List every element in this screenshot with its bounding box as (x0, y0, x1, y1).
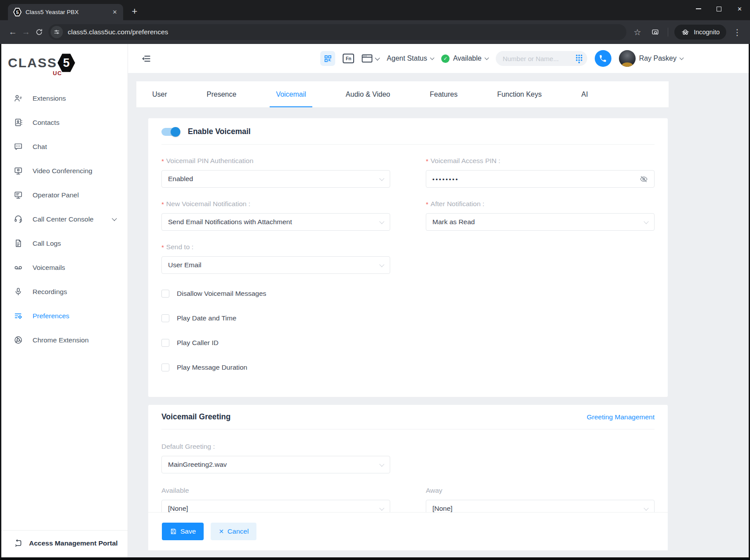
field-access-pin: *Voicemail Access PIN : •••••••• (426, 145, 655, 188)
sidebar-item-contacts[interactable]: Contacts (0, 110, 128, 135)
close-button[interactable]: ✕ (729, 0, 750, 18)
window-layout-icon (362, 54, 373, 63)
chevron-down-icon (379, 505, 384, 510)
sidebar-item-call-logs[interactable]: Call Logs (0, 231, 128, 255)
url-bar[interactable]: class5.class5uc.com/preferences (48, 24, 626, 40)
function-keys-button[interactable]: Fn (343, 54, 354, 63)
cancel-button[interactable]: ✕ Cancel (211, 523, 256, 540)
preferences-tabs: User Presence Voicemail Audio & Video Fe… (136, 81, 669, 108)
sidebar-item-voicemails[interactable]: Voicemails (0, 255, 128, 280)
greeting-management-link[interactable]: Greeting Management (587, 413, 655, 421)
sidebar-item-label: Voicemails (33, 264, 65, 272)
call-button[interactable] (595, 50, 611, 67)
enable-voicemail-row: Enable Voicemail (161, 118, 655, 145)
sidebar-item-label: Chrome Extension (33, 336, 89, 344)
maximize-button[interactable] (709, 0, 729, 18)
favicon: 5 (13, 7, 22, 17)
qr-code-button[interactable] (320, 51, 335, 66)
save-button[interactable]: Save (162, 523, 204, 540)
form-action-bar: Save ✕ Cancel (148, 512, 668, 550)
greeting-grid: Available [None] Away [None] (161, 473, 655, 517)
available-status-icon: ✓ (441, 55, 450, 63)
tab-function-keys[interactable]: Function Keys (487, 81, 552, 107)
chevron-down-icon (484, 56, 489, 60)
tab-search-button[interactable] (648, 25, 662, 39)
tab-features[interactable]: Features (419, 81, 468, 107)
tab-presence[interactable]: Presence (196, 81, 247, 107)
tab-ai[interactable]: AI (571, 81, 599, 107)
field-after-notification: *After Notification : Mark as Read (426, 188, 655, 231)
sidebar-item-call-center-console[interactable]: Call Center Console (0, 207, 128, 231)
access-pin-label: Voicemail Access PIN : (431, 157, 501, 165)
url-text[interactable]: class5.class5uc.com/preferences (68, 28, 168, 36)
tab-title: Class5 Yeastar PBX (26, 9, 107, 15)
checkbox[interactable] (161, 339, 169, 347)
greeting-title: Voicemail Greeting (161, 412, 230, 422)
tab-audio-video[interactable]: Audio & Video (335, 81, 401, 107)
enable-voicemail-toggle[interactable] (161, 128, 180, 136)
back-button[interactable]: ← (6, 25, 19, 39)
after-notification-select[interactable]: Mark as Read (426, 213, 655, 231)
sidebar-item-chrome-extension[interactable]: Chrome Extension (0, 328, 128, 352)
send-to-select[interactable]: User Email (161, 256, 390, 274)
dialpad-icon[interactable] (575, 54, 583, 63)
checkbox-play-message-duration[interactable]: Play Message Duration (161, 363, 655, 372)
sidebar-item-label: Recordings (33, 288, 67, 296)
default-greeting-select[interactable]: MainGreeting2.wav (161, 456, 390, 473)
required-marker: * (426, 200, 428, 208)
sidebar-item-video-conferencing[interactable]: Video Conferencing (0, 159, 128, 183)
dial-search-input[interactable] (503, 55, 575, 62)
checkbox[interactable] (161, 314, 169, 322)
availability-dropdown[interactable]: ✓ Available (441, 55, 488, 63)
video-conferencing-icon (14, 166, 23, 175)
portal-icon (13, 538, 22, 548)
reload-button[interactable] (33, 25, 46, 39)
eye-invisible-icon[interactable] (640, 175, 648, 183)
call-logs-icon (14, 239, 23, 248)
chevron-down-icon (680, 56, 684, 60)
access-portal-label: Access Management Portal (29, 539, 118, 547)
tab-user[interactable]: User (142, 81, 178, 107)
sidebar-item-operator-panel[interactable]: Operator Panel (0, 183, 128, 207)
incognito-label: Incognito (694, 29, 720, 36)
toolbar-divider (668, 28, 668, 36)
tune-icon (53, 29, 60, 36)
chevron-down-icon (430, 56, 435, 60)
incognito-badge[interactable]: Incognito (674, 25, 726, 40)
checkbox-play-caller-id[interactable]: Play Caller ID (161, 338, 655, 348)
agent-status-label: Agent Status (387, 55, 427, 62)
tab-close-icon[interactable]: ✕ (111, 8, 119, 16)
sidebar-item-extensions[interactable]: Extensions (0, 86, 128, 110)
checkbox-play-date-time[interactable]: Play Date and Time (161, 313, 655, 323)
toggle-knob (171, 127, 180, 137)
new-tab-button[interactable]: + (128, 5, 141, 18)
chevron-down-icon (644, 505, 648, 510)
access-pin-input[interactable]: •••••••• (426, 170, 655, 188)
sidebar-item-chat[interactable]: Chat (0, 135, 128, 159)
browser-tab[interactable]: 5 Class5 Yeastar PBX ✕ (8, 4, 123, 20)
browser-tab-strip: 5 Class5 Yeastar PBX ✕ + ✕ (0, 0, 750, 20)
sidebar-item-preferences[interactable]: Preferences (0, 304, 128, 328)
agent-status-dropdown[interactable]: Agent Status (387, 55, 434, 62)
forward-button[interactable]: → (19, 25, 33, 39)
access-management-portal[interactable]: Access Management Portal (0, 530, 128, 556)
bookmark-star-button[interactable]: ☆ (631, 25, 644, 39)
tab-voicemail[interactable]: Voicemail (265, 81, 316, 107)
site-info-button[interactable] (51, 26, 63, 38)
phone-icon (599, 55, 607, 63)
layout-switch-button[interactable] (362, 54, 379, 63)
checkbox[interactable] (161, 290, 169, 298)
sidebar-collapse-button[interactable] (140, 53, 152, 64)
send-to-label: Send to : (166, 243, 194, 251)
field-new-notification: *New Voicemail Notification : Send Email… (161, 188, 390, 231)
user-menu[interactable]: Ray Paskey (619, 50, 683, 67)
minimize-button[interactable] (688, 0, 709, 18)
enable-voicemail-title: Enable Voicemail (188, 127, 251, 136)
new-notification-select[interactable]: Send Email Notifications with Attachment (161, 213, 390, 231)
checkbox-disallow-voicemail[interactable]: Disallow Voicemail Messages (161, 289, 655, 298)
pin-auth-select[interactable]: Enabled (161, 170, 390, 188)
browser-menu-button[interactable]: ⋮ (731, 25, 744, 39)
checkbox[interactable] (161, 364, 169, 371)
sidebar-item-recordings[interactable]: Recordings (0, 280, 128, 304)
maximize-icon (717, 7, 721, 11)
